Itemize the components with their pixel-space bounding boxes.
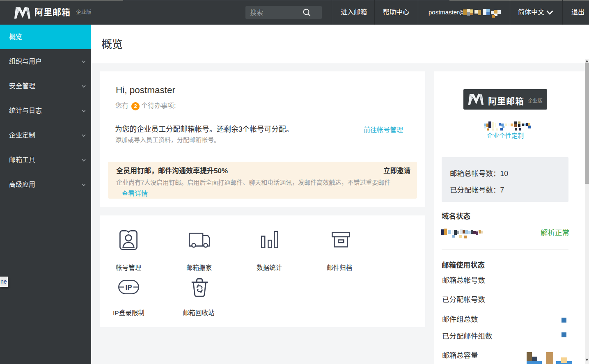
svg-text:IP: IP xyxy=(125,284,132,291)
